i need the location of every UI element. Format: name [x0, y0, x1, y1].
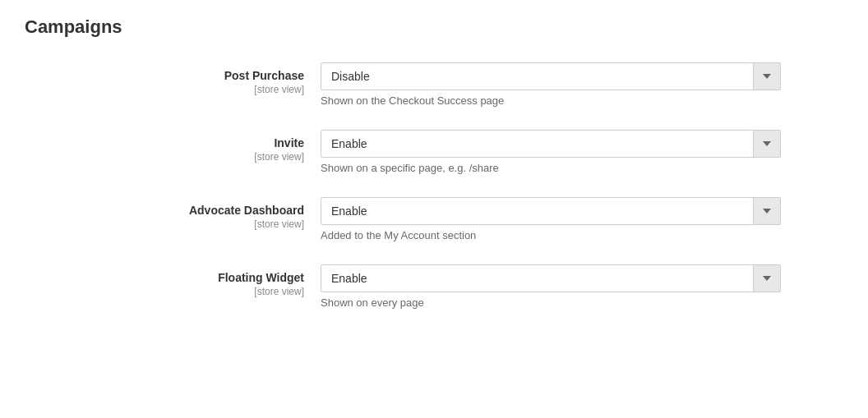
select-wrapper-invite: DisableEnable [321, 130, 781, 158]
form-row-invite: Invite[store view]DisableEnableShown on … [25, 130, 843, 174]
select-wrapper-post-purchase: DisableEnable [321, 62, 781, 90]
label-col-advocate-dashboard: Advocate Dashboard[store view] [25, 197, 321, 230]
field-hint-advocate-dashboard: Added to the My Account section [321, 229, 781, 241]
field-sublabel-post-purchase: [store view] [25, 84, 304, 95]
label-col-post-purchase: Post Purchase[store view] [25, 62, 321, 95]
form-row-floating-widget: Floating Widget[store view]DisableEnable… [25, 264, 843, 309]
field-label-post-purchase: Post Purchase [25, 69, 304, 82]
field-sublabel-invite: [store view] [25, 151, 304, 163]
field-sublabel-advocate-dashboard: [store view] [25, 218, 304, 230]
control-col-floating-widget: DisableEnableShown on every page [321, 264, 781, 309]
field-sublabel-floating-widget: [store view] [25, 286, 304, 297]
form-row-advocate-dashboard: Advocate Dashboard[store view]DisableEna… [25, 197, 843, 241]
field-label-floating-widget: Floating Widget [25, 271, 304, 284]
control-col-post-purchase: DisableEnableShown on the Checkout Succe… [321, 62, 781, 107]
select-wrapper-advocate-dashboard: DisableEnable [321, 197, 781, 225]
field-hint-invite: Shown on a specific page, e.g. /share [321, 162, 781, 174]
form-row-post-purchase: Post Purchase[store view]DisableEnableSh… [25, 62, 843, 107]
select-post-purchase[interactable]: DisableEnable [321, 62, 781, 90]
select-wrapper-floating-widget: DisableEnable [321, 264, 781, 292]
select-invite[interactable]: DisableEnable [321, 130, 781, 158]
field-label-advocate-dashboard: Advocate Dashboard [25, 204, 304, 217]
select-floating-widget[interactable]: DisableEnable [321, 264, 781, 292]
label-col-floating-widget: Floating Widget[store view] [25, 264, 321, 297]
field-hint-floating-widget: Shown on every page [321, 296, 781, 309]
label-col-invite: Invite[store view] [25, 130, 321, 163]
control-col-advocate-dashboard: DisableEnableAdded to the My Account sec… [321, 197, 781, 241]
campaigns-form: Post Purchase[store view]DisableEnableSh… [25, 62, 843, 309]
page-title: Campaigns [25, 16, 843, 38]
control-col-invite: DisableEnableShown on a specific page, e… [321, 130, 781, 174]
select-advocate-dashboard[interactable]: DisableEnable [321, 197, 781, 225]
field-label-invite: Invite [25, 136, 304, 149]
field-hint-post-purchase: Shown on the Checkout Success page [321, 94, 781, 107]
